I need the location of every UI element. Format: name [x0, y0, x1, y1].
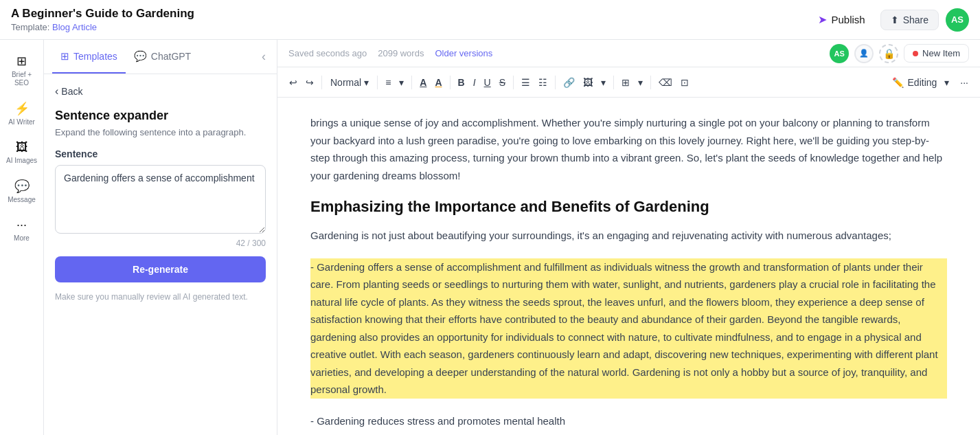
more-icon: ··· [16, 218, 27, 232]
bullet-list-button[interactable]: ☰ [518, 74, 534, 91]
brief-seo-icon: ⊞ [16, 54, 27, 69]
bullet-item-2: - Gardening is a form of physical exerci… [310, 432, 947, 435]
style-dropdown-icon: ▾ [364, 77, 369, 88]
editor-content[interactable]: brings a unique sense of joy and accompl… [277, 98, 980, 435]
collaborator-avatar-as[interactable]: AS [830, 44, 849, 63]
bold-button[interactable]: B [455, 74, 468, 91]
sidebar-item-brief-seo[interactable]: ⊞ Brief + SEO [3, 48, 41, 93]
publish-button[interactable]: ➤ Publish [810, 9, 873, 30]
toolbar-separator-3 [411, 76, 412, 89]
intro-paragraph: brings a unique sense of joy and accompl… [310, 114, 947, 184]
sentence-input[interactable]: Gardening offers a sense of accomplishme… [55, 165, 266, 234]
person-icon: 👤 [859, 49, 869, 58]
redo-button[interactable]: ↪ [302, 74, 317, 91]
sentence-field-label: Sentence [55, 148, 266, 159]
ai-writer-icon: ⚡ [14, 101, 30, 116]
disclaimer-text: Make sure you manually review all AI gen… [55, 291, 266, 303]
highlight-button[interactable]: A [431, 74, 445, 91]
saved-status: Saved seconds ago [288, 48, 367, 58]
template-subtitle: Template: Blog Article [11, 22, 194, 32]
format-toolbar: ↩ ↪ Normal ▾ ≡ ▾ A A B I U S ☰ ☷ 🔗 🖼 ▾ [277, 67, 980, 98]
code-button[interactable]: ⊡ [677, 74, 692, 91]
editor-meta-bar: Saved seconds ago 2099 words Older versi… [277, 40, 980, 67]
chatgpt-tab-icon: 💬 [134, 50, 147, 63]
ordered-list-button[interactable]: ☷ [535, 74, 551, 91]
new-item-button[interactable]: New Item [904, 44, 969, 63]
tool-description: Expand the following sentence into a par… [55, 127, 266, 137]
publish-icon: ➤ [818, 13, 827, 26]
editor-area: Saved seconds ago 2099 words Older versi… [277, 40, 980, 435]
header-right: ➤ Publish ⬆ Share AS [810, 8, 969, 32]
section-heading: Emphasizing the Importance and Benefits … [310, 198, 947, 216]
lock-icon: 🔒 [883, 48, 895, 59]
char-count: 42 / 300 [55, 238, 266, 248]
document-title: A Beginner's Guide to Gardening [11, 7, 194, 21]
sidebar-item-ai-writer[interactable]: ⚡ AI Writer [3, 96, 41, 132]
align-button[interactable]: ≡ [382, 74, 394, 91]
toolbar-separator-4 [450, 76, 451, 89]
sidebar-item-more[interactable]: ··· More [3, 212, 41, 248]
image-button[interactable]: 🖼 [580, 74, 596, 91]
more-options-button[interactable]: ··· [957, 74, 972, 91]
editing-label: Editing [908, 77, 937, 88]
highlight-paragraph: - Gardening offers a sense of accomplish… [310, 258, 947, 399]
toolbar-separator-6 [555, 76, 556, 89]
toolbar-separator-8 [650, 76, 651, 89]
underline-button[interactable]: U [481, 74, 494, 91]
table-dropdown-button[interactable]: ▾ [635, 74, 646, 91]
toolbar-separator-2 [377, 76, 378, 89]
editor-meta-left: Saved seconds ago 2099 words Older versi… [288, 48, 492, 58]
user-avatar[interactable]: AS [946, 8, 969, 32]
toolbar-separator-5 [513, 76, 514, 89]
image-dropdown-button[interactable]: ▾ [597, 74, 609, 91]
add-collaborator-button[interactable]: 🔒 [879, 44, 898, 63]
pencil-icon: ✏️ [892, 77, 904, 88]
main-layout: ⊞ Brief + SEO ⚡ AI Writer 🖼 AI Images 💬 … [0, 40, 980, 435]
template-link[interactable]: Blog Article [52, 22, 97, 32]
back-button[interactable]: ‹ Back [55, 85, 82, 98]
toolbar-separator-1 [321, 76, 322, 89]
text-color-button[interactable]: A [416, 74, 430, 91]
table-button[interactable]: ⊞ [618, 74, 633, 91]
panel: ⊞ Templates 💬 ChatGPT ‹ ‹ Back Sentence … [44, 40, 277, 435]
top-header: A Beginner's Guide to Gardening Template… [0, 0, 980, 40]
share-button[interactable]: ⬆ Share [880, 10, 939, 30]
editing-dropdown-button[interactable]: ▾ [941, 74, 953, 91]
templates-tab-icon: ⊞ [60, 50, 69, 63]
tab-templates[interactable]: ⊞ Templates [52, 40, 126, 74]
editing-indicator: ✏️ Editing ▾ ··· [892, 74, 972, 91]
word-count: 2099 words [378, 48, 424, 58]
tab-chatgpt[interactable]: 💬 ChatGPT [126, 40, 199, 74]
icon-sidebar: ⊞ Brief + SEO ⚡ AI Writer 🖼 AI Images 💬 … [0, 40, 44, 435]
undo-button[interactable]: ↩ [286, 74, 301, 91]
collaborator-avatar-2[interactable]: 👤 [854, 44, 874, 63]
italic-button[interactable]: I [470, 74, 479, 91]
panel-content: ‹ Back Sentence expander Expand the foll… [44, 74, 277, 435]
style-select[interactable]: Normal ▾ [326, 74, 373, 91]
bullet-item-1: - Gardening reduces stress and promotes … [310, 412, 947, 430]
toolbar-separator-7 [613, 76, 614, 89]
header-left: A Beginner's Guide to Gardening Template… [11, 7, 194, 32]
sidebar-item-message[interactable]: 💬 Message [3, 173, 41, 210]
older-versions-link[interactable]: Older versions [435, 48, 492, 58]
ai-images-icon: 🖼 [16, 140, 28, 155]
message-icon: 💬 [14, 179, 30, 194]
share-icon: ⬆ [891, 14, 899, 25]
editor-meta-right: AS 👤 🔒 New Item [830, 44, 969, 63]
new-item-dot-icon [913, 51, 918, 56]
panel-tabs: ⊞ Templates 💬 ChatGPT ‹ [44, 40, 277, 74]
sidebar-item-ai-images[interactable]: 🖼 AI Images [3, 135, 41, 170]
section-intro: Gardening is not just about beautifying … [310, 227, 947, 245]
align-dropdown-button[interactable]: ▾ [396, 74, 407, 91]
tool-title: Sentence expander [55, 109, 266, 123]
clear-format-button[interactable]: ⌫ [655, 74, 676, 91]
link-button[interactable]: 🔗 [560, 74, 578, 91]
strikethrough-button[interactable]: S [496, 74, 509, 91]
regenerate-button[interactable]: Re-generate [55, 256, 266, 282]
back-arrow-icon: ‹ [55, 85, 58, 98]
collapse-panel-button[interactable]: ‹ [259, 47, 269, 67]
